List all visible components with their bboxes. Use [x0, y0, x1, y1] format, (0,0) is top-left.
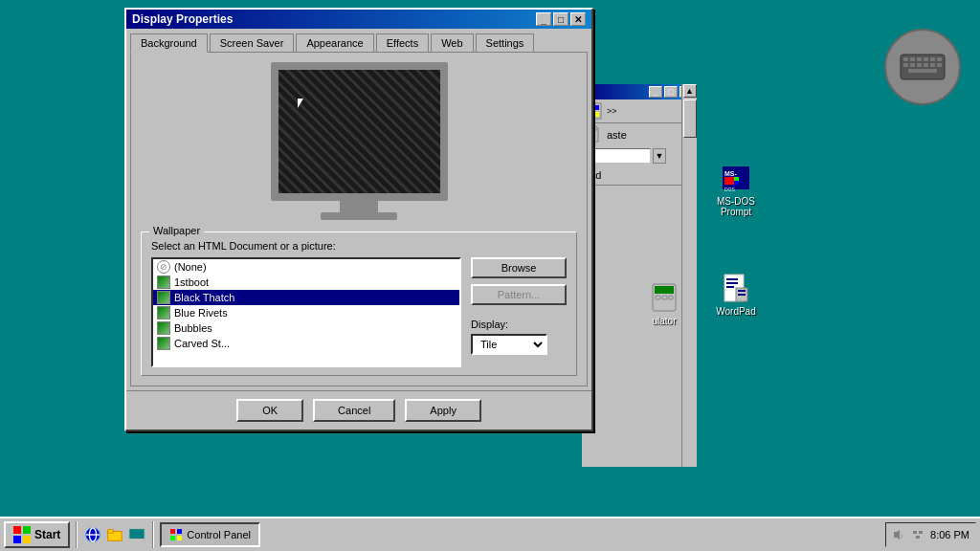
- list-item[interactable]: Carved St...: [153, 336, 459, 351]
- svg-marker-55: [894, 530, 900, 540]
- list-item-label: 1stboot: [174, 276, 209, 288]
- maximize-button[interactable]: □: [553, 12, 568, 26]
- ie-icon[interactable]: [83, 525, 102, 544]
- monitor-preview: [141, 62, 577, 220]
- no-icon: ⊘: [157, 260, 170, 274]
- tab-web[interactable]: Web: [431, 33, 473, 53]
- svg-rect-36: [656, 296, 660, 299]
- svg-rect-29: [726, 282, 738, 284]
- svg-rect-41: [13, 536, 21, 543]
- bg-scrollbar[interactable]: ▲: [681, 84, 697, 467]
- svg-rect-4: [924, 57, 928, 61]
- tab-background[interactable]: Background: [130, 33, 208, 53]
- desktop-icon-img-small: [128, 526, 145, 543]
- svg-rect-52: [177, 529, 182, 534]
- list-item[interactable]: 1stboot: [153, 275, 459, 290]
- scroll-up[interactable]: ▲: [683, 84, 697, 98]
- paste-label: aste: [607, 129, 627, 141]
- network-icon[interactable]: [911, 527, 924, 542]
- wallpaper-listbox[interactable]: ⊘ (None) 1stboot Black Thatch: [151, 257, 461, 367]
- taskbar: Start: [0, 517, 980, 551]
- group-inner: ⊘ (None) 1stboot Black Thatch: [151, 257, 567, 367]
- start-button[interactable]: Start: [4, 521, 70, 548]
- svg-rect-3: [917, 57, 922, 61]
- close-button[interactable]: ✕: [570, 12, 586, 26]
- svg-rect-53: [170, 536, 175, 540]
- minimize-btn[interactable]: _: [649, 86, 662, 98]
- pattern-button[interactable]: Pattern...: [471, 284, 567, 305]
- file-icon: [157, 276, 170, 289]
- svg-rect-50: [131, 540, 144, 542]
- dropdown-arrow[interactable]: ▼: [653, 148, 666, 164]
- list-item-label: Carved St...: [174, 338, 230, 349]
- ie-icon-img: [84, 526, 101, 543]
- display-select-box: Tile Center Stretch: [471, 334, 567, 355]
- monitor-stand: [340, 201, 378, 212]
- svg-text:DOS: DOS: [724, 187, 736, 192]
- svg-text:MS-: MS-: [724, 170, 738, 177]
- list-item-label: (None): [174, 261, 207, 273]
- keyboard-icon: [884, 29, 961, 105]
- svg-text:): ): [901, 533, 902, 539]
- svg-rect-18: [594, 112, 599, 117]
- dialog-buttons: OK Cancel Apply: [126, 390, 591, 430]
- ok-button[interactable]: OK: [236, 399, 303, 422]
- svg-rect-2: [910, 57, 915, 61]
- tab-effects[interactable]: Effects: [376, 33, 429, 53]
- cancel-button[interactable]: Cancel: [313, 399, 395, 422]
- taskbar-task-control-panel[interactable]: Control Panel: [160, 522, 260, 547]
- file-icon: [157, 306, 170, 320]
- monitor-cursor: [298, 99, 306, 108]
- right-controls: Browse Pattern... Display: Tile Center S…: [471, 257, 567, 367]
- list-item-selected[interactable]: Black Thatch: [153, 290, 459, 305]
- list-item[interactable]: Blue Rivets: [153, 305, 459, 320]
- quick-launch: [83, 525, 146, 544]
- display-label: Display:: [471, 319, 567, 330]
- tab-bar: Background Screen Saver Appearance Effec…: [126, 29, 591, 52]
- folder-icon[interactable]: [105, 525, 124, 544]
- svg-rect-42: [23, 536, 31, 543]
- desktop-icon-wordpad[interactable]: WordPad: [702, 273, 769, 317]
- browse-button[interactable]: Browse: [471, 257, 567, 278]
- svg-rect-58: [919, 531, 923, 534]
- clock-display: 8:06 PM: [930, 529, 969, 540]
- svg-rect-10: [924, 63, 928, 67]
- control-panel-label: Control Panel: [187, 529, 251, 540]
- maximize-btn[interactable]: □: [664, 86, 678, 98]
- minimize-button[interactable]: _: [536, 12, 551, 26]
- svg-rect-51: [170, 529, 175, 534]
- list-item[interactable]: ⊘ (None): [153, 259, 459, 275]
- display-dropdown[interactable]: Tile Center Stretch: [471, 334, 547, 355]
- svg-rect-47: [108, 530, 113, 534]
- svg-rect-7: [903, 63, 908, 67]
- svg-rect-40: [23, 526, 31, 534]
- bg-input[interactable]: [584, 148, 651, 164]
- wallpaper-group-label: Wallpaper: [149, 225, 204, 236]
- svg-rect-33: [738, 294, 746, 296]
- desktop-icon-calculator[interactable]: ulator: [631, 282, 698, 326]
- dialog-titlebar[interactable]: Display Properties _ □ ✕: [126, 10, 591, 29]
- windows-logo: [13, 526, 31, 543]
- svg-rect-12: [937, 63, 942, 67]
- file-icon: [157, 291, 170, 304]
- list-item[interactable]: Bubbles: [153, 320, 459, 336]
- desktop-icon-btn[interactable]: [127, 525, 146, 544]
- apply-button[interactable]: Apply: [405, 399, 481, 422]
- tab-settings[interactable]: Settings: [476, 33, 535, 53]
- svg-rect-9: [917, 63, 922, 67]
- svg-rect-25: [734, 181, 739, 185]
- svg-rect-30: [726, 286, 734, 288]
- dialog-title: Display Properties: [132, 12, 233, 26]
- tab-appearance[interactable]: Appearance: [296, 33, 373, 53]
- svg-rect-35: [655, 286, 674, 294]
- volume-icon[interactable]: ): [892, 528, 905, 541]
- tab-screensaver[interactable]: Screen Saver: [210, 33, 295, 53]
- network-icon-img: [911, 527, 924, 540]
- msdos-icon-img: MS- DOS: [721, 163, 751, 193]
- toolbar-divider: >>: [607, 106, 617, 116]
- desktop-icon-msdos[interactable]: MS- DOS MS-DOSPrompt: [702, 163, 769, 217]
- bg-window-titlebar: _ □ ×: [582, 84, 697, 99]
- scroll-thumb[interactable]: [683, 99, 697, 138]
- list-item-label: Blue Rivets: [174, 307, 228, 319]
- volume-icon-img: ): [892, 528, 905, 541]
